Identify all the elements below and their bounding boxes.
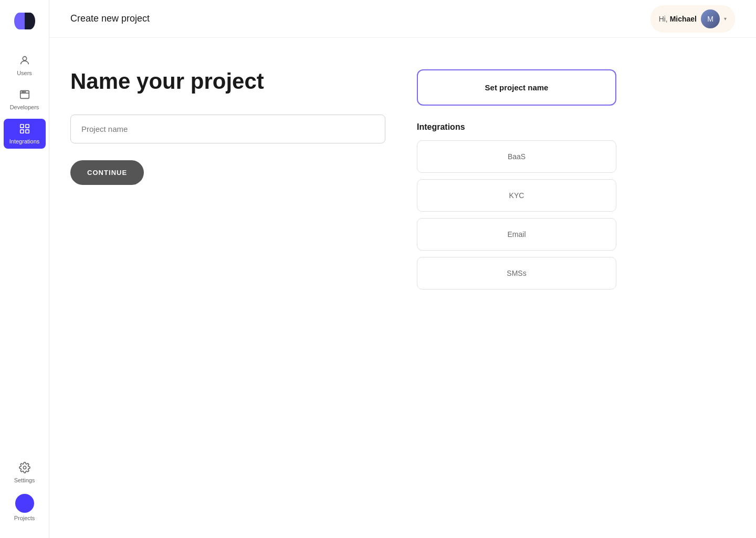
sidebar-item-projects[interactable]: Projects <box>4 490 46 525</box>
svg-point-9 <box>23 466 26 469</box>
integration-card-email[interactable]: Email <box>417 218 616 251</box>
page-heading: Name your project <box>70 69 385 94</box>
integrations-section-label: Integrations <box>417 122 616 132</box>
person-icon <box>19 55 30 68</box>
integration-card-smss[interactable]: SMSs <box>417 257 616 289</box>
main-area: Create new project Hi, Michael M ▾ Name … <box>49 0 756 538</box>
svg-point-0 <box>23 57 26 60</box>
sidebar-nav: Users Developers <box>4 50 46 458</box>
sidebar: Users Developers <box>0 0 49 538</box>
sidebar-item-users[interactable]: Users <box>4 50 46 80</box>
sidebar-item-developers[interactable]: Developers <box>4 85 46 115</box>
grid-icon <box>19 123 30 136</box>
set-project-name-card: Set project name <box>417 69 616 106</box>
projects-dot-icon <box>15 494 34 513</box>
svg-rect-8 <box>25 130 28 133</box>
chevron-down-icon: ▾ <box>724 16 727 22</box>
sidebar-item-settings[interactable]: Settings <box>4 458 46 488</box>
project-name-input[interactable] <box>70 115 385 143</box>
user-greeting-button[interactable]: Hi, Michael M ▾ <box>650 5 735 33</box>
sidebar-item-integrations[interactable]: Integrations <box>4 119 46 149</box>
sidebar-item-developers-label: Developers <box>10 104 39 110</box>
right-column: Set project name Integrations BaaS KYC E… <box>417 69 616 517</box>
integration-card-kyc[interactable]: KYC <box>417 179 616 212</box>
svg-point-2 <box>22 91 22 92</box>
logo <box>14 8 35 34</box>
sidebar-bottom: Settings Projects <box>4 458 46 525</box>
user-name: Michael <box>670 15 697 23</box>
sidebar-item-projects-label: Projects <box>14 515 35 521</box>
svg-rect-7 <box>20 130 23 133</box>
svg-rect-6 <box>25 125 28 128</box>
page-content: Name your project CONTINUE Set project n… <box>49 38 756 538</box>
code-icon <box>19 89 30 102</box>
sidebar-item-users-label: Users <box>17 70 32 76</box>
header: Create new project Hi, Michael M ▾ <box>49 0 756 38</box>
integration-card-baas[interactable]: BaaS <box>417 140 616 173</box>
greeting-prefix: Hi, Michael <box>659 15 697 23</box>
continue-button[interactable]: CONTINUE <box>70 160 144 185</box>
page-title: Create new project <box>70 13 150 24</box>
svg-point-4 <box>25 91 25 92</box>
gear-icon <box>19 462 30 475</box>
sidebar-item-integrations-label: Integrations <box>9 138 39 144</box>
logo-shape <box>14 13 35 29</box>
sidebar-item-settings-label: Settings <box>14 477 35 483</box>
logo-right <box>25 13 35 29</box>
avatar: M <box>701 9 720 28</box>
logo-left <box>14 13 25 29</box>
left-column: Name your project CONTINUE <box>70 69 385 517</box>
svg-point-3 <box>23 91 24 92</box>
svg-rect-5 <box>20 125 23 128</box>
